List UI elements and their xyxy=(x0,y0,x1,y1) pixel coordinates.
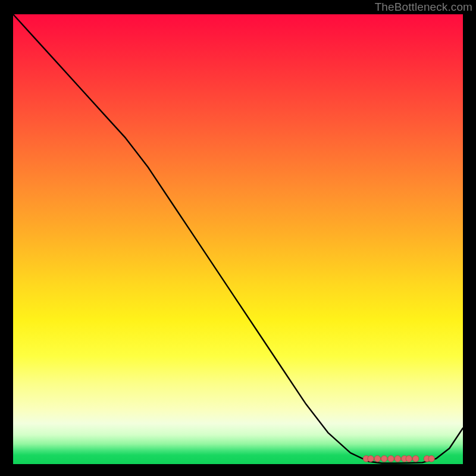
stage: TheBottleneck.com xyxy=(0,0,476,476)
series-line xyxy=(13,14,463,463)
marker-dot xyxy=(368,456,374,462)
marker-dot xyxy=(428,456,434,462)
chart-overlay xyxy=(13,14,463,464)
marker-dot xyxy=(394,456,400,462)
marker-dot xyxy=(412,456,418,462)
markers-group xyxy=(363,456,434,462)
watermark-text: TheBottleneck.com xyxy=(375,1,472,14)
marker-dot xyxy=(374,456,380,462)
plot-area xyxy=(13,14,463,464)
marker-dot xyxy=(381,456,387,462)
marker-dot xyxy=(406,456,412,462)
marker-dot xyxy=(388,456,394,462)
